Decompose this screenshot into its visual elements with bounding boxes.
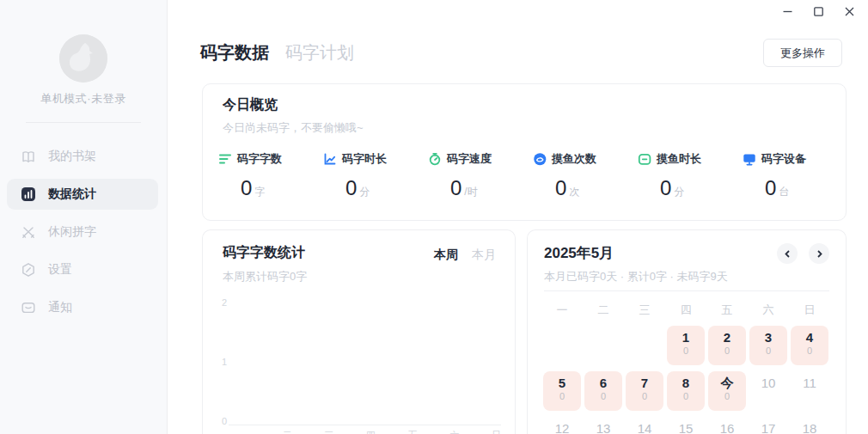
x-axis-tick: 二	[283, 429, 292, 434]
weekday-label: 日	[789, 303, 830, 318]
calendar-subtitle: 本月已码字0天 · 累计0字 · 未码字9天	[544, 269, 728, 284]
stat-word-count: 码字字数 0字	[218, 151, 323, 200]
calendar-card: 2025年5月 本月已码字0天 · 累计0字 · 未码字9天 一 二 三 四 五…	[527, 229, 847, 434]
sidebar-item-label: 我的书架	[48, 149, 96, 164]
bookshelf-icon	[21, 149, 36, 164]
calendar-cell[interactable]: 10	[749, 371, 787, 411]
chart-tab-this-month[interactable]: 本月	[472, 248, 496, 263]
calendar-cell-empty	[584, 326, 622, 365]
stat-value: 0	[660, 176, 671, 199]
weekday-label: 五	[706, 303, 748, 318]
calendar-week-row: 12 13 14 15 16 17 18	[541, 417, 834, 434]
chart-range-tabs: 本周 本月	[434, 248, 496, 263]
calendar-cell[interactable]: 1 0	[667, 326, 705, 365]
stat-typing-speed: 码字速度 0/时	[428, 151, 533, 200]
x-axis-tick: 日	[492, 429, 501, 434]
weekday-label: 六	[748, 303, 789, 318]
weekday-label: 二	[583, 303, 624, 318]
calendar-cell[interactable]: 5 0	[543, 371, 581, 411]
stat-value: 0	[345, 176, 357, 199]
calendar-cell-today[interactable]: 今 0	[708, 371, 746, 411]
sidebar-item-label: 通知	[48, 300, 72, 315]
calendar-cell[interactable]: 16	[708, 417, 746, 434]
calendar-cell-empty	[626, 326, 663, 365]
stat-slack-duration: 摸鱼时长 0分	[638, 151, 743, 200]
calendar-week-row: 5 0 6 0 7 0 8 0 今 0	[541, 371, 834, 417]
stat-value: 0	[555, 176, 566, 199]
login-status-label[interactable]: 单机模式·未登录	[0, 91, 167, 107]
calendar-next-button[interactable]	[809, 243, 829, 264]
maximize-icon	[813, 6, 824, 17]
y-axis-tick: 1	[213, 357, 227, 367]
sidebar-item-statistics[interactable]: 数据统计	[7, 179, 158, 210]
minimize-icon	[782, 6, 793, 17]
word-count-chart-card: 码字字数统计 本周 本月 本周累计码字0字 2 1 0 一 二 三 四 五 六 …	[202, 229, 516, 434]
avatar[interactable]	[59, 34, 107, 83]
sidebar-item-settings[interactable]: 设置	[7, 254, 158, 285]
main-tabs: 码字数据 码字计划	[200, 41, 354, 64]
sidebar-item-bookshelf[interactable]: 我的书架	[7, 141, 158, 172]
weekday-label: 四	[665, 303, 706, 318]
overview-title: 今日概览	[223, 96, 278, 114]
calendar-prev-button[interactable]	[777, 243, 798, 264]
calendar-cell[interactable]: 13	[584, 417, 622, 434]
notification-icon	[21, 300, 36, 315]
overview-subtitle: 今日尚未码字，不要偷懒哦~	[223, 120, 364, 136]
close-button[interactable]	[834, 0, 865, 22]
slack-duration-icon	[638, 152, 651, 166]
maximize-button[interactable]	[803, 0, 834, 22]
stat-typing-device: 码字设备 0台	[743, 151, 847, 200]
calendar-cell[interactable]: 11	[791, 371, 828, 411]
x-axis-tick: 五	[408, 429, 418, 434]
crossed-swords-icon	[21, 224, 36, 240]
sidebar-item-notifications[interactable]: 通知	[7, 292, 158, 323]
settings-icon	[21, 262, 36, 278]
chevron-right-icon	[816, 250, 823, 258]
calendar-cell[interactable]: 17	[749, 417, 787, 434]
calendar-cell[interactable]: 2 0	[708, 326, 746, 365]
minimize-button[interactable]	[772, 0, 803, 22]
calendar-weekday-row: 一 二 三 四 五 六 日	[541, 303, 834, 318]
stat-unit: 台	[779, 186, 789, 198]
device-icon	[743, 152, 756, 166]
calendar-cell[interactable]: 12	[543, 417, 581, 434]
stat-value: 0	[450, 176, 462, 199]
app-window: 单机模式·未登录 我的书架 数据统计	[0, 0, 868, 434]
calendar-cell[interactable]: 18	[791, 417, 828, 434]
calendar-cell[interactable]: 15	[667, 417, 705, 434]
calendar-cell[interactable]: 4 0	[791, 326, 828, 365]
typing-speed-icon	[428, 152, 442, 166]
calendar-title: 2025年5月	[544, 243, 614, 263]
y-axis-tick: 0	[213, 416, 227, 426]
weekday-label: 一	[541, 303, 583, 318]
chart-tab-this-week[interactable]: 本周	[434, 248, 458, 263]
calendar-cell[interactable]: 3 0	[749, 326, 787, 365]
calendar-grid: 一 二 三 四 五 六 日 1 0 2 0	[541, 303, 834, 434]
calendar-cell[interactable]: 6 0	[584, 371, 622, 411]
x-axis-tick: 六	[449, 429, 459, 434]
close-icon	[844, 6, 855, 17]
typing-duration-icon	[323, 152, 337, 166]
more-actions-button[interactable]: 更多操作	[763, 39, 842, 67]
stat-slack-count: 摸鱼次数 0次	[533, 151, 638, 200]
calendar-cell[interactable]: 8 0	[667, 371, 705, 411]
avatar-silhouette-icon	[59, 34, 107, 83]
tab-typing-plan[interactable]: 码字计划	[285, 41, 354, 64]
calendar-nav	[777, 243, 829, 264]
sidebar: 单机模式·未登录 我的书架 数据统计	[0, 0, 168, 434]
sidebar-item-word-game[interactable]: 休闲拼字	[7, 217, 158, 248]
overview-stats: 码字字数 0字 码字时长 0分	[218, 151, 847, 200]
x-axis-ticks: 一 二 三 四 五 六 日	[241, 429, 501, 434]
stat-unit: 次	[569, 186, 579, 198]
tab-typing-data[interactable]: 码字数据	[200, 41, 269, 64]
x-axis-line	[229, 425, 501, 425]
y-axis-tick: 2	[213, 297, 227, 308]
stat-unit: 字	[254, 186, 265, 198]
calendar-cell[interactable]: 14	[626, 417, 663, 434]
sidebar-item-label: 设置	[48, 262, 72, 278]
slack-count-icon	[533, 152, 547, 166]
chevron-left-icon	[784, 250, 792, 258]
sidebar-item-label: 数据统计	[48, 186, 96, 202]
calendar-cell[interactable]: 7 0	[626, 371, 663, 411]
calendar-divider	[544, 290, 829, 291]
